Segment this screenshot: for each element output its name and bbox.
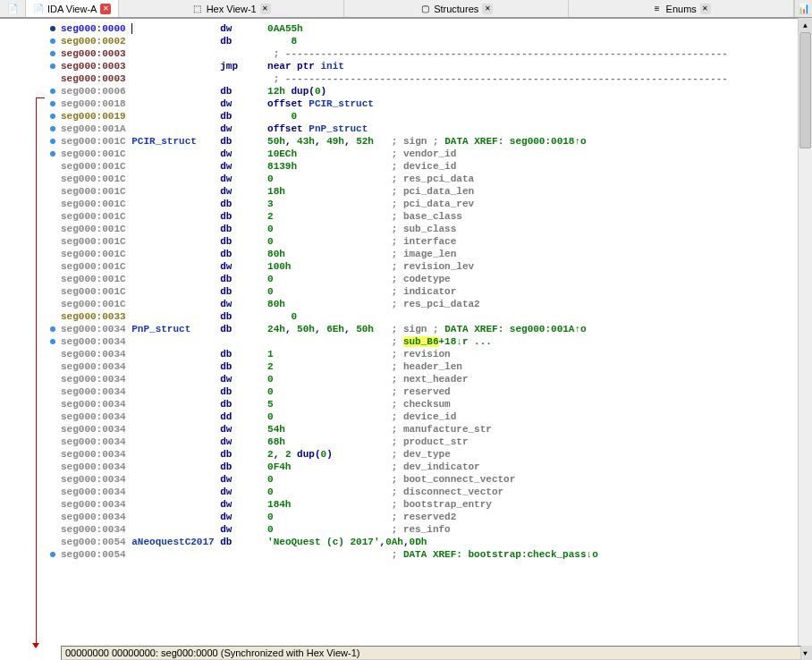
code-line[interactable]: seg000:001C dw 18h ; pci_data_len xyxy=(61,185,812,198)
arrow-head-icon xyxy=(32,643,39,648)
status-bar: 00000000 00000000: seg000:0000 (Synchron… xyxy=(61,646,801,660)
tab-label: Structures xyxy=(434,4,478,14)
status-text: 00000000 00000000: seg000:0000 (Synchron… xyxy=(65,647,359,658)
code-line[interactable]: seg000:001C db 0 ; codetype xyxy=(61,273,812,285)
code-line[interactable]: seg000:0054 ; DATA XREF: bootstrap:check… xyxy=(61,548,812,561)
breakpoint-dot[interactable] xyxy=(50,326,55,332)
code-line[interactable]: seg000:0018 dw offset PCIR_struct xyxy=(61,97,812,110)
code-line[interactable]: seg000:001C dw 0 ; res_pci_data xyxy=(61,173,812,185)
code-line[interactable]: seg000:001C dw 8139h ; device_id xyxy=(61,160,812,173)
code-line[interactable]: seg000:001C dw 10ECh ; vendor_id xyxy=(61,148,812,160)
breakpoint-dot[interactable] xyxy=(50,552,55,557)
code-line[interactable]: seg000:0003 jmp near ptr init xyxy=(61,60,812,72)
code-line[interactable]: seg000:0034 ; sub_B6+18↓r ... xyxy=(61,335,812,348)
code-line[interactable]: seg000:001C dw 80h ; res_pci_data2 xyxy=(61,298,812,310)
code-line[interactable]: seg000:001A dw offset PnP_struct xyxy=(61,123,812,135)
breakpoint-dot[interactable] xyxy=(50,38,55,44)
hex-icon: ⬚ xyxy=(192,4,203,14)
breakpoint-dot[interactable] xyxy=(50,114,55,119)
code-line[interactable]: seg000:0034 dw 0 ; boot_connect_vector xyxy=(61,473,812,486)
code-line[interactable]: seg000:001C PCIR_struct db 50h, 43h, 49h… xyxy=(61,135,812,148)
close-icon[interactable]: ✕ xyxy=(482,4,493,14)
code-line[interactable]: seg000:0034 dw 0 ; res_info xyxy=(61,523,812,536)
code-line[interactable]: seg000:0054 aNeoquestC2017 db 'NeoQuest … xyxy=(61,536,812,548)
code-line[interactable]: seg000:0034 db 2, 2 dup(0) ; dev_type xyxy=(61,448,812,461)
code-line[interactable]: seg000:001C db 3 ; pci_data_rev xyxy=(61,198,812,210)
code-line[interactable]: seg000:0033 db 0 xyxy=(61,310,812,323)
code-line[interactable]: seg000:0003 ; --------------------------… xyxy=(61,47,812,60)
code-line[interactable]: seg000:0034 db 0F4h ; dev_indicator xyxy=(61,461,812,473)
code-line[interactable]: seg000:0000 dw 0AA55h xyxy=(61,22,812,35)
breakpoint-dot[interactable] xyxy=(50,151,55,157)
code-line[interactable]: seg000:0034 db 2 ; header_len xyxy=(61,360,812,373)
breakpoint-dot[interactable] xyxy=(50,63,55,69)
code-line[interactable]: seg000:0034 db 5 ; checksum xyxy=(61,398,812,410)
tab-enums[interactable]: ≡ Enums ✕ xyxy=(569,0,794,17)
code-line[interactable]: seg000:001C db 2 ; base_class xyxy=(61,210,812,223)
code-line[interactable]: seg000:001C db 0 ; interface xyxy=(61,235,812,248)
code-listing[interactable]: seg000:0000 dw 0AA55hseg000:0002 db 8seg… xyxy=(61,19,812,644)
tab-overflow-icon[interactable]: 📊 xyxy=(794,0,812,17)
code-line[interactable]: seg000:0019 db 0 xyxy=(61,110,812,123)
code-line[interactable]: seg000:001C db 0 ; indicator xyxy=(61,285,812,298)
code-line[interactable]: seg000:001C dw 100h ; revision_lev xyxy=(61,260,812,273)
code-line[interactable]: seg000:001C db 80h ; image_len xyxy=(61,248,812,260)
code-line[interactable]: seg000:0034 db 1 ; revision xyxy=(61,348,812,360)
breakpoint-dot[interactable] xyxy=(50,51,55,56)
breakpoint-dot[interactable] xyxy=(50,139,55,144)
tab-bar: 📄 📄 IDA View-A ✕ ⬚ Hex View-1 ✕ ▢ Struct… xyxy=(0,0,812,18)
scroll-up-icon[interactable]: ▲ xyxy=(799,18,812,32)
view-icon: 📄 xyxy=(33,4,44,14)
code-line[interactable]: seg000:0034 dw 68h ; product_str xyxy=(61,436,812,448)
code-line[interactable]: seg000:0006 db 12h dup(0) xyxy=(61,85,812,97)
tab-label: Enums xyxy=(666,4,697,14)
close-icon[interactable]: ✕ xyxy=(260,4,271,14)
breakpoint-dot[interactable] xyxy=(50,126,55,131)
tab-label: IDA View-A xyxy=(47,4,97,14)
code-line[interactable]: seg000:0034 dw 0 ; disconnect_vector xyxy=(61,486,812,498)
code-line[interactable]: seg000:0034 PnP_struct db 24h, 50h, 6Eh,… xyxy=(61,323,812,335)
code-line[interactable]: seg000:0034 dw 0 ; next_header xyxy=(61,373,812,385)
tab-label: Hex View-1 xyxy=(207,4,257,14)
code-line[interactable]: seg000:001C db 0 ; sub_class xyxy=(61,223,812,235)
breakpoint-dot[interactable] xyxy=(50,101,55,106)
tab-ida-view[interactable]: 📄 IDA View-A ✕ xyxy=(26,0,119,17)
doc-icon: 📄 xyxy=(7,4,18,14)
scroll-thumb[interactable] xyxy=(799,32,811,148)
code-line[interactable]: seg000:0034 db 0 ; reserved xyxy=(61,385,812,398)
close-icon[interactable]: ✕ xyxy=(100,4,111,14)
vertical-scrollbar[interactable]: ▲ ▼ xyxy=(798,18,812,660)
code-line[interactable]: seg000:0003 ; --------------------------… xyxy=(61,72,812,85)
jump-arrow xyxy=(36,97,45,644)
breakpoint-dot[interactable] xyxy=(50,26,55,31)
tab-structures[interactable]: ▢ Structures ✕ xyxy=(344,0,570,17)
tab-hex-view[interactable]: ⬚ Hex View-1 ✕ xyxy=(119,0,344,17)
struct-icon: ▢ xyxy=(419,4,430,14)
code-line[interactable]: seg000:0034 dw 0 ; reserved2 xyxy=(61,511,812,523)
code-line[interactable]: seg000:0034 dd 0 ; device_id xyxy=(61,410,812,423)
code-line[interactable]: seg000:0034 dw 54h ; manufacture_str xyxy=(61,423,812,436)
tab-menu-icon[interactable]: 📄 xyxy=(0,0,26,17)
gutter xyxy=(0,19,61,644)
breakpoint-dot[interactable] xyxy=(50,89,55,94)
code-line[interactable]: seg000:0034 dw 184h ; bootstrap_entry xyxy=(61,498,812,511)
code-line[interactable]: seg000:0002 db 8 xyxy=(61,35,812,47)
breakpoint-dot[interactable] xyxy=(50,339,55,344)
enum-icon: ≡ xyxy=(652,4,663,14)
disassembly-view: seg000:0000 dw 0AA55hseg000:0002 db 8seg… xyxy=(0,18,812,644)
close-icon[interactable]: ✕ xyxy=(700,4,711,14)
